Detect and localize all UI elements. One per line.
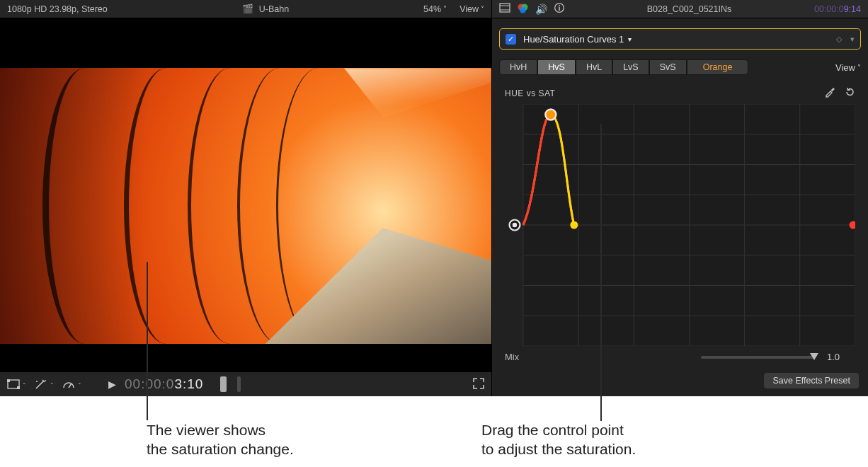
callout-line-curve (600, 124, 602, 421)
app-window: 1080p HD 23.98p, Stereo 🎬 U-Bahn 54% Vie… (0, 0, 868, 396)
crop-icon (7, 379, 20, 389)
svg-rect-1 (7, 379, 10, 382)
tab-hvs[interactable]: HvS (537, 59, 576, 75)
inspector-clip-name: B028_C002_0521INs (647, 4, 732, 14)
curve-title: HUE vs SAT (505, 88, 555, 98)
svg-rect-6 (500, 4, 510, 12)
inspector-view-dropdown[interactable]: View (835, 62, 861, 73)
viewer-image (0, 68, 491, 344)
save-effects-preset-button[interactable]: Save Effects Preset (763, 372, 860, 389)
tab-svs[interactable]: SvS (649, 59, 687, 75)
viewer-topbar: 1080p HD 23.98p, Stereo 🎬 U-Bahn 54% Vie… (0, 0, 491, 18)
video-inspector-tab-icon[interactable] (499, 3, 510, 15)
mix-slider-thumb[interactable] (810, 353, 818, 360)
play-button[interactable]: ▶ (108, 379, 116, 390)
mix-row: Mix 1.0 (505, 352, 855, 362)
effect-title-row[interactable]: ✓ Hue/Saturation Curves 1 ▾ ◇ ▾ (499, 28, 861, 50)
viewer-canvas[interactable] (0, 18, 491, 372)
speed-tool-dropdown[interactable] (62, 379, 81, 390)
color-inspector-tab-icon[interactable] (518, 3, 528, 16)
mix-label: Mix (505, 352, 547, 362)
inspector-pane: 🔊 B028_C002_0521INs 00:00:09:14 ✓ Hue/Sa… (491, 0, 868, 396)
caption-viewer: The viewer shows the saturation change. (147, 420, 294, 459)
timecode-bright: 3:10 (174, 376, 203, 391)
eyedropper-icon (824, 86, 835, 98)
viewer-bottombar: ▶ 00:00:03:10 (0, 372, 491, 396)
viewer-timecode[interactable]: 00:00:03:10 (125, 376, 203, 392)
control-point-orange[interactable] (545, 110, 556, 120)
reset-icon (844, 86, 855, 98)
svg-point-4 (36, 381, 38, 382)
mix-slider[interactable] (701, 356, 814, 359)
effect-enable-checkbox[interactable]: ✓ (506, 34, 516, 45)
gauge-icon (62, 379, 75, 390)
fullscreen-button[interactable] (473, 378, 484, 391)
info-inspector-tab-icon[interactable] (554, 3, 564, 15)
audio-inspector-tab-icon[interactable]: 🔊 (535, 4, 547, 15)
clip-name: U-Bahn (259, 4, 289, 14)
reset-button[interactable] (844, 86, 855, 100)
tab-hvh[interactable]: HvH (499, 59, 537, 75)
inspector-topbar: 🔊 B028_C002_0521INs 00:00:09:14 (492, 0, 868, 18)
svg-rect-2 (17, 386, 20, 389)
zoom-dropdown[interactable]: 54% (423, 4, 447, 14)
annotations-area: The viewer shows the saturation change. … (0, 396, 868, 467)
keyframe-icon[interactable]: ◇ (836, 35, 842, 44)
svg-rect-14 (559, 7, 560, 11)
svg-line-5 (69, 384, 72, 388)
transform-tool-dropdown[interactable] (7, 379, 26, 390)
effect-name-dropdown[interactable]: Hue/Saturation Curves 1 ▾ (523, 34, 829, 45)
control-point-yellow[interactable] (570, 221, 578, 229)
fullscreen-icon (473, 378, 484, 389)
view-dropdown[interactable]: View (459, 4, 484, 14)
viewer-pane: 1080p HD 23.98p, Stereo 🎬 U-Bahn 54% Vie… (0, 0, 491, 396)
enhance-icon (35, 379, 47, 390)
retime-tool-dropdown[interactable] (35, 379, 54, 390)
inspector-timecode: 00:00:09:14 (814, 4, 861, 14)
tab-orange[interactable]: Orange (687, 59, 749, 75)
curve-graph[interactable] (505, 104, 855, 346)
svg-point-11 (520, 6, 526, 13)
curve-header: HUE vs SAT (505, 86, 855, 100)
effect-options-chevron-icon[interactable]: ▾ (850, 35, 855, 44)
svg-point-3 (45, 380, 46, 381)
eyedropper-button[interactable] (824, 86, 835, 100)
timecode-dim: 00:00:0 (125, 376, 174, 391)
svg-point-13 (559, 5, 560, 6)
tab-lvs[interactable]: LvS (612, 59, 649, 75)
svg-point-33 (513, 223, 517, 227)
control-point-start[interactable] (509, 220, 520, 231)
mix-value[interactable]: 1.0 (827, 352, 855, 362)
tab-hvl[interactable]: HvL (576, 59, 612, 75)
caption-curve: Drag the control point to adjust the sat… (481, 420, 636, 459)
clip-format-label: 1080p HD 23.98p, Stereo (7, 4, 108, 14)
curve-tabs: HvH HvS HvL LvS SvS Orange View (499, 59, 861, 75)
svg-point-34 (545, 110, 556, 120)
audio-meter-l (220, 376, 227, 392)
audio-meter-r (237, 376, 241, 392)
clapperboard-icon: 🎬 (242, 4, 253, 14)
